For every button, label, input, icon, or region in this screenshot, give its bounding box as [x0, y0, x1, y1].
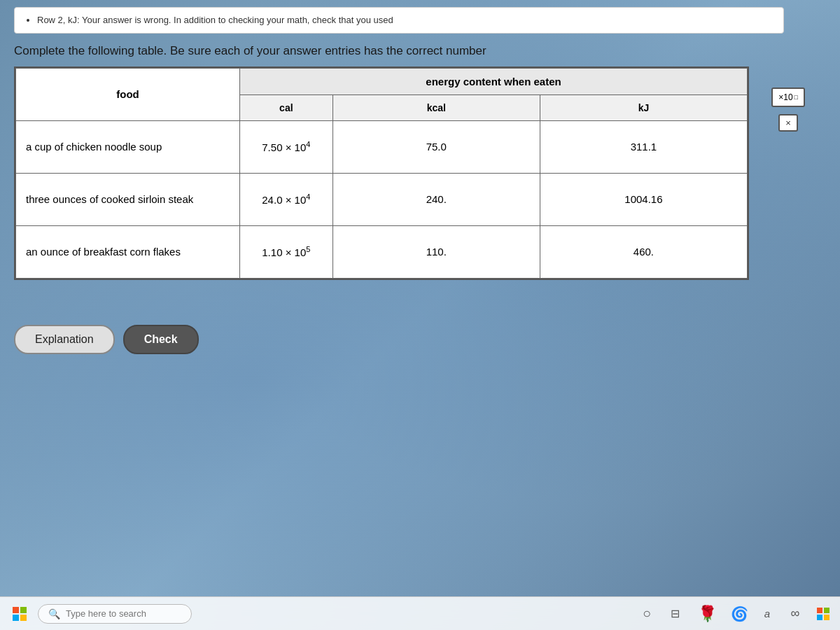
taskbar: 🔍 ○ ⊟ 🌹 🌀 a ∞	[0, 596, 840, 630]
kj-input-0[interactable]	[550, 141, 737, 153]
col-header-cal: cal	[240, 94, 333, 120]
svg-rect-1	[20, 607, 27, 613]
monitor-icon[interactable]: ⊟	[665, 604, 685, 624]
cal-cell-1: 24.0 × 104	[240, 173, 333, 225]
kj-input-2[interactable]	[550, 246, 737, 258]
start-button[interactable]	[7, 601, 32, 626]
svg-rect-2	[13, 615, 19, 621]
kcal-cell-0[interactable]	[332, 120, 540, 173]
table-row: three ounces of cooked sirloin steak24.0…	[16, 173, 748, 225]
circle-icon[interactable]: ○	[637, 604, 657, 624]
error-item-1: Row 2, kJ: Your answer is wrong. In addi…	[37, 13, 775, 27]
search-icon: 🔍	[48, 608, 60, 620]
edge-icon[interactable]: 🌀	[729, 604, 749, 624]
kcal-input-2[interactable]	[343, 246, 530, 258]
x10-area: ×10 □ ×	[771, 88, 805, 132]
energy-table: food energy content when eaten cal kcal …	[14, 66, 749, 280]
col-header-kcal: kcal	[332, 94, 540, 120]
search-bar[interactable]: 🔍	[38, 604, 192, 624]
svg-rect-6	[817, 615, 822, 620]
close-button[interactable]: ×	[778, 114, 798, 132]
svg-rect-5	[824, 608, 830, 613]
cal-cell-2: 1.10 × 105	[240, 225, 333, 278]
a-text-icon[interactable]: a	[757, 604, 777, 624]
bottom-buttons: Explanation Check	[14, 325, 826, 354]
x10-label: ×10	[778, 92, 792, 102]
food-cell-1: three ounces of cooked sirloin steak	[16, 173, 240, 225]
kcal-cell-2[interactable]	[332, 225, 540, 278]
food-cell-2: an ounce of breakfast corn flakes	[16, 225, 240, 278]
cal-cell-0: 7.50 × 104	[240, 120, 333, 173]
instruction-text: Complete the following table. Be sure ea…	[14, 44, 826, 58]
kj-cell-0[interactable]	[540, 120, 747, 173]
explanation-button[interactable]: Explanation	[14, 325, 115, 354]
food-cell-0: a cup of chicken noodle soup	[16, 120, 240, 173]
kj-cell-2[interactable]	[540, 225, 747, 278]
infinity-icon[interactable]: ∞	[785, 604, 805, 624]
col-header-kj: kJ	[540, 94, 747, 120]
table-row: a cup of chicken noodle soup7.50 × 104	[16, 120, 748, 173]
x10-button[interactable]: ×10 □	[771, 88, 805, 107]
kcal-cell-1[interactable]	[332, 173, 540, 225]
error-banner: Row 2, kJ: Your answer is wrong. In addi…	[14, 7, 784, 34]
kj-input-1[interactable]	[550, 193, 737, 205]
svg-rect-3	[20, 615, 27, 621]
kcal-input-1[interactable]	[343, 193, 530, 205]
svg-rect-4	[817, 608, 822, 613]
taskbar-right: ○ ⊟ 🌹 🌀 a ∞	[637, 600, 833, 628]
kcal-input-0[interactable]	[343, 141, 530, 153]
svg-rect-0	[13, 607, 19, 613]
check-button[interactable]: Check	[123, 325, 199, 354]
col-header-food: food	[16, 68, 240, 120]
col-header-energy: energy content when eaten	[240, 68, 748, 94]
search-input[interactable]	[66, 608, 178, 619]
grid-icon[interactable]	[813, 604, 833, 624]
table-row: an ounce of breakfast corn flakes1.10 × …	[16, 225, 748, 278]
kj-cell-1[interactable]	[540, 173, 747, 225]
svg-rect-7	[824, 615, 830, 620]
flower-icon[interactable]: 🌹	[693, 600, 721, 628]
